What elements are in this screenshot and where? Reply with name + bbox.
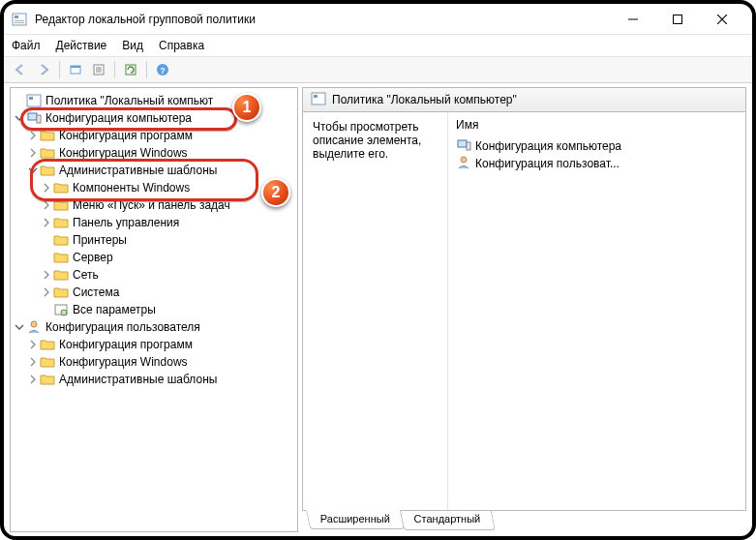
toolbar-btn-2[interactable] — [88, 59, 109, 80]
expanded-twisty-icon[interactable] — [13, 111, 26, 125]
toolbar: ? — [4, 56, 752, 83]
collapsed-twisty-icon[interactable] — [26, 355, 40, 369]
content-area: Политика "Локальный компьют Конфигурация… — [4, 83, 752, 536]
menu-file[interactable]: Файл — [12, 39, 41, 52]
forward-button[interactable] — [33, 59, 54, 80]
svg-rect-18 — [29, 97, 33, 100]
help-button[interactable]: ? — [152, 59, 173, 80]
menu-view[interactable]: Вид — [122, 39, 143, 52]
window-title: Редактор локальной групповой политики — [35, 13, 611, 26]
menu-action[interactable]: Действие — [56, 39, 107, 52]
collapsed-twisty-icon[interactable] — [40, 198, 53, 212]
tab-extended[interactable]: Расширенный — [306, 510, 405, 529]
titlebar: Редактор локальной групповой политики — [4, 4, 752, 35]
svg-rect-27 — [467, 142, 470, 150]
svg-rect-0 — [13, 14, 26, 25]
tree-printers-label: Принтеры — [73, 231, 127, 249]
tree-printers[interactable]: Принтеры — [13, 231, 295, 249]
policy-icon — [26, 93, 42, 108]
collapsed-twisty-icon[interactable] — [40, 285, 53, 299]
tree-network-label: Сеть — [73, 266, 99, 284]
tree-computer-config[interactable]: Конфигурация компьютера — [13, 109, 295, 127]
svg-point-22 — [61, 310, 67, 315]
tree-u-windows-config[interactable]: Конфигурация Windows — [13, 353, 295, 371]
svg-rect-2 — [15, 20, 24, 21]
minimize-button[interactable] — [611, 6, 655, 33]
collapsed-twisty-icon[interactable] — [26, 129, 40, 142]
svg-point-28 — [461, 157, 467, 163]
folder-icon — [53, 267, 69, 283]
collapsed-twisty-icon[interactable] — [40, 268, 53, 282]
tree: Политика "Локальный компьют Конфигурация… — [11, 88, 297, 392]
blank-twisty — [40, 251, 53, 264]
close-button[interactable] — [700, 6, 744, 33]
tree-admin-templates[interactable]: Административные шаблоны — [13, 162, 295, 179]
svg-rect-26 — [458, 140, 467, 147]
blank-twisty — [13, 94, 26, 107]
folder-icon — [53, 197, 69, 213]
back-button[interactable] — [10, 59, 31, 80]
tree-root[interactable]: Политика "Локальный компьют — [13, 92, 295, 109]
refresh-button[interactable] — [120, 59, 141, 80]
tree-windows-config[interactable]: Конфигурация Windows — [13, 144, 295, 162]
toolbar-btn-1[interactable] — [65, 59, 86, 80]
folder-icon — [40, 145, 55, 161]
svg-text:?: ? — [160, 66, 166, 75]
svg-rect-9 — [71, 66, 80, 68]
svg-point-23 — [31, 321, 37, 327]
tree-pane: Политика "Локальный компьют Конфигурация… — [10, 87, 298, 532]
tree-u-admin-templates[interactable]: Административные шаблоны — [13, 371, 295, 388]
column-name-header[interactable]: Имя — [448, 116, 745, 137]
tree-network[interactable]: Сеть — [13, 266, 295, 284]
detail-list: Имя Конфигурация компьютера Конфигурация… — [448, 112, 745, 510]
settings-icon — [53, 302, 69, 317]
svg-rect-5 — [674, 15, 682, 23]
collapsed-twisty-icon[interactable] — [26, 338, 40, 351]
maximize-button[interactable] — [655, 6, 700, 33]
list-item-label: Конфигурация пользоват... — [475, 157, 620, 170]
collapsed-twisty-icon[interactable] — [26, 373, 40, 386]
svg-rect-3 — [15, 22, 24, 23]
tree-windows-config-label: Конфигурация Windows — [59, 144, 188, 162]
tree-u-windows-config-label: Конфигурация Windows — [59, 353, 188, 371]
tree-system[interactable]: Система — [13, 284, 295, 301]
detail-description: Чтобы просмотреть описание элемента, выд… — [303, 112, 448, 510]
collapsed-twisty-icon[interactable] — [40, 216, 53, 229]
expanded-twisty-icon[interactable] — [26, 164, 40, 177]
svg-rect-25 — [314, 95, 318, 98]
tree-control-panel[interactable]: Панель управления — [13, 214, 295, 231]
tree-user-config[interactable]: Конфигурация пользователя — [13, 318, 295, 336]
tree-win-components-label: Компоненты Windows — [73, 179, 190, 196]
detail-tabs: Расширенный Стандартный — [302, 511, 746, 532]
user-icon — [456, 155, 471, 173]
tree-prog-config[interactable]: Конфигурация программ — [13, 127, 295, 144]
tree-start-taskbar[interactable]: Меню «Пуск» и панель задач — [13, 196, 295, 214]
gpedit-window: Редактор локальной групповой политики Фа… — [0, 0, 756, 540]
tree-root-label: Политика "Локальный компьют — [45, 92, 213, 109]
list-item-user[interactable]: Конфигурация пользоват... — [448, 155, 745, 172]
tree-control-panel-label: Панель управления — [73, 214, 179, 231]
blank-twisty — [40, 303, 53, 316]
svg-rect-19 — [28, 113, 37, 120]
tree-win-components[interactable]: Компоненты Windows — [13, 179, 295, 196]
toolbar-separator — [146, 61, 147, 78]
tree-computer-config-label: Конфигурация компьютера — [45, 109, 192, 127]
tree-user-config-label: Конфигурация пользователя — [45, 318, 200, 336]
collapsed-twisty-icon[interactable] — [40, 181, 53, 195]
list-item-computer[interactable]: Конфигурация компьютера — [448, 137, 745, 155]
folder-icon — [40, 337, 55, 352]
tree-u-prog-config-label: Конфигурация программ — [59, 336, 193, 353]
menubar: Файл Действие Вид Справка — [4, 35, 752, 56]
computer-icon — [26, 110, 42, 126]
svg-rect-24 — [312, 93, 325, 105]
menu-help[interactable]: Справка — [159, 39, 204, 52]
toolbar-separator — [114, 61, 115, 78]
tree-u-prog-config[interactable]: Конфигурация программ — [13, 336, 295, 353]
tree-all-params[interactable]: Все параметры — [13, 301, 295, 318]
tab-standard[interactable]: Стандартный — [400, 511, 496, 530]
expanded-twisty-icon[interactable] — [13, 320, 26, 334]
detail-header-title: Политика "Локальный компьютер" — [332, 93, 517, 106]
tree-server[interactable]: Сервер — [13, 249, 295, 266]
folder-icon — [53, 215, 69, 230]
collapsed-twisty-icon[interactable] — [26, 146, 40, 160]
